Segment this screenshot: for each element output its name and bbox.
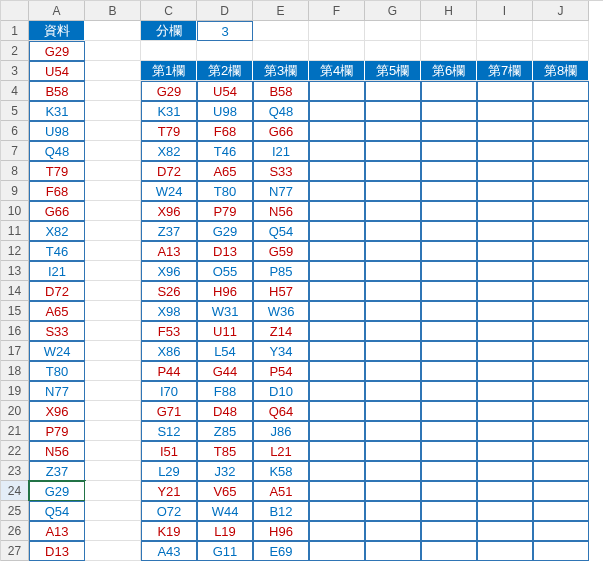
cell-B10[interactable]: [85, 201, 141, 221]
cell-A26[interactable]: A13: [29, 521, 85, 541]
cell-I12[interactable]: [477, 241, 533, 261]
cell-F4[interactable]: [309, 81, 365, 101]
cell-I7[interactable]: [477, 141, 533, 161]
cell-J18[interactable]: [533, 361, 589, 381]
table-header-6[interactable]: 第6欄: [421, 61, 477, 81]
cell-B19[interactable]: [85, 381, 141, 401]
column-header-C[interactable]: C: [141, 1, 197, 21]
cell-B8[interactable]: [85, 161, 141, 181]
cell-F25[interactable]: [309, 501, 365, 521]
cell-G26[interactable]: [365, 521, 421, 541]
cell-E18[interactable]: P54: [253, 361, 309, 381]
cell-F14[interactable]: [309, 281, 365, 301]
cell-E22[interactable]: L21: [253, 441, 309, 461]
cell-C22[interactable]: I51: [141, 441, 197, 461]
cell-H25[interactable]: [421, 501, 477, 521]
cell-C15[interactable]: X98: [141, 301, 197, 321]
table-header-2[interactable]: 第2欄: [197, 61, 253, 81]
cell-I26[interactable]: [477, 521, 533, 541]
column-header-J[interactable]: J: [533, 1, 589, 21]
cell-I18[interactable]: [477, 361, 533, 381]
row-header-11[interactable]: 11: [1, 221, 29, 241]
cell-D13[interactable]: O55: [197, 261, 253, 281]
cell-A21[interactable]: P79: [29, 421, 85, 441]
cell-C18[interactable]: P44: [141, 361, 197, 381]
cell-A13[interactable]: I21: [29, 261, 85, 281]
cell-G1[interactable]: [365, 21, 421, 41]
cell-J4[interactable]: [533, 81, 589, 101]
cell-G8[interactable]: [365, 161, 421, 181]
cell-G18[interactable]: [365, 361, 421, 381]
cell-D11[interactable]: G29: [197, 221, 253, 241]
cell-I16[interactable]: [477, 321, 533, 341]
cell-H5[interactable]: [421, 101, 477, 121]
cell-D21[interactable]: Z85: [197, 421, 253, 441]
row-header-14[interactable]: 14: [1, 281, 29, 301]
cell-I23[interactable]: [477, 461, 533, 481]
row-header-9[interactable]: 9: [1, 181, 29, 201]
cell-E21[interactable]: J86: [253, 421, 309, 441]
cell-H26[interactable]: [421, 521, 477, 541]
cell-J20[interactable]: [533, 401, 589, 421]
cell-F6[interactable]: [309, 121, 365, 141]
cell-F15[interactable]: [309, 301, 365, 321]
cell-H18[interactable]: [421, 361, 477, 381]
cell-C2[interactable]: [141, 41, 197, 61]
cell-D4[interactable]: U54: [197, 81, 253, 101]
column-header-A[interactable]: A: [29, 1, 85, 21]
cell-I19[interactable]: [477, 381, 533, 401]
cell-F22[interactable]: [309, 441, 365, 461]
cell-B12[interactable]: [85, 241, 141, 261]
cell-F27[interactable]: [309, 541, 365, 561]
cell-A6[interactable]: U98: [29, 121, 85, 141]
cell-I6[interactable]: [477, 121, 533, 141]
cell-G2[interactable]: [365, 41, 421, 61]
cell-I8[interactable]: [477, 161, 533, 181]
cell-I10[interactable]: [477, 201, 533, 221]
cell-I24[interactable]: [477, 481, 533, 501]
cell-A7[interactable]: Q48: [29, 141, 85, 161]
cell-H16[interactable]: [421, 321, 477, 341]
cell-H13[interactable]: [421, 261, 477, 281]
select-all-corner[interactable]: [1, 1, 29, 21]
cell-J9[interactable]: [533, 181, 589, 201]
cell-B4[interactable]: [85, 81, 141, 101]
cell-B3[interactable]: [85, 61, 141, 81]
cell-C1[interactable]: 分欄: [141, 21, 197, 41]
cell-I4[interactable]: [477, 81, 533, 101]
cell-F26[interactable]: [309, 521, 365, 541]
cell-F11[interactable]: [309, 221, 365, 241]
cell-A1[interactable]: 資料: [29, 21, 85, 41]
cell-I2[interactable]: [477, 41, 533, 61]
cell-G21[interactable]: [365, 421, 421, 441]
cell-F9[interactable]: [309, 181, 365, 201]
cell-E6[interactable]: G66: [253, 121, 309, 141]
cell-C7[interactable]: X82: [141, 141, 197, 161]
cell-C20[interactable]: G71: [141, 401, 197, 421]
cell-J23[interactable]: [533, 461, 589, 481]
cell-C24[interactable]: Y21: [141, 481, 197, 501]
row-header-19[interactable]: 19: [1, 381, 29, 401]
cell-H10[interactable]: [421, 201, 477, 221]
cell-E7[interactable]: I21: [253, 141, 309, 161]
row-header-17[interactable]: 17: [1, 341, 29, 361]
cell-D1[interactable]: 3: [197, 21, 253, 41]
cell-G14[interactable]: [365, 281, 421, 301]
row-header-18[interactable]: 18: [1, 361, 29, 381]
cell-I25[interactable]: [477, 501, 533, 521]
cell-C11[interactable]: Z37: [141, 221, 197, 241]
cell-I21[interactable]: [477, 421, 533, 441]
cell-J21[interactable]: [533, 421, 589, 441]
cell-I14[interactable]: [477, 281, 533, 301]
cell-B1[interactable]: [85, 21, 141, 41]
cell-H21[interactable]: [421, 421, 477, 441]
cell-J5[interactable]: [533, 101, 589, 121]
cell-F23[interactable]: [309, 461, 365, 481]
cell-E10[interactable]: N56: [253, 201, 309, 221]
cell-F21[interactable]: [309, 421, 365, 441]
cell-E2[interactable]: [253, 41, 309, 61]
row-header-6[interactable]: 6: [1, 121, 29, 141]
cell-G20[interactable]: [365, 401, 421, 421]
cell-D6[interactable]: F68: [197, 121, 253, 141]
cell-J14[interactable]: [533, 281, 589, 301]
